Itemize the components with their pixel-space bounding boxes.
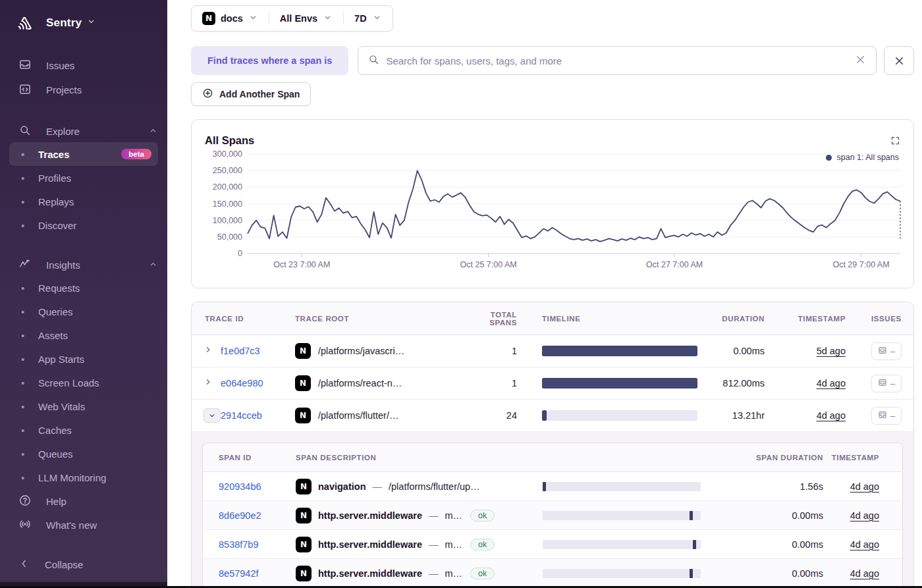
sidebar-collapse-button[interactable]: Collapse bbox=[0, 554, 167, 575]
environment-picker[interactable]: All Envs bbox=[269, 13, 343, 24]
bullet-icon: • bbox=[21, 401, 38, 412]
nextjs-icon: N bbox=[296, 566, 312, 581]
span-description: m… bbox=[445, 568, 462, 579]
trace-duration: 13.21hr bbox=[705, 410, 787, 421]
sidebar-item-screen-loads[interactable]: • Screen Loads bbox=[9, 371, 158, 394]
issues-tray-icon bbox=[878, 378, 887, 389]
span-id-link[interactable]: 8d6e90e2 bbox=[219, 510, 261, 521]
sidebar-item-queries[interactable]: • Queries bbox=[9, 300, 158, 323]
timeline-bar[interactable] bbox=[542, 378, 697, 388]
col-span-description: SPAN DESCRIPTION bbox=[296, 454, 543, 462]
expand-row-icon[interactable] bbox=[203, 377, 213, 388]
project-picker[interactable]: N docs bbox=[192, 12, 269, 25]
expand-row-icon[interactable] bbox=[203, 345, 213, 356]
add-another-span-label: Add Another Span bbox=[219, 89, 300, 99]
sidebar-item-queues[interactable]: • Queues bbox=[9, 442, 158, 466]
sidebar-item-discover[interactable]: • Discover bbox=[9, 213, 158, 237]
sidebar-section-explore[interactable]: Explore bbox=[0, 120, 167, 142]
span-id-link[interactable]: 920934b6 bbox=[219, 481, 261, 492]
svg-text:Oct 23 7:00 AM: Oct 23 7:00 AM bbox=[273, 260, 330, 269]
span-op: http.server.middleware bbox=[318, 539, 422, 550]
add-another-span-button[interactable]: Add Another Span bbox=[191, 82, 311, 106]
span-search-input[interactable] bbox=[386, 55, 848, 67]
total-spans: 24 bbox=[466, 410, 517, 421]
nav-item-label: Issues bbox=[46, 60, 158, 71]
span-timeline-bar[interactable] bbox=[543, 569, 701, 578]
bullet-icon: • bbox=[21, 472, 38, 483]
span-id-link[interactable]: 8e57942f bbox=[219, 568, 258, 579]
sidebar-item-caches[interactable]: • Caches bbox=[9, 418, 158, 442]
timeline-bar[interactable] bbox=[542, 410, 697, 421]
org-switcher[interactable]: Sentry bbox=[0, 0, 167, 43]
search-icon bbox=[18, 124, 32, 139]
span-id-link[interactable]: 8538f7b9 bbox=[219, 539, 258, 550]
sidebar-item-llm-monitoring[interactable]: • LLM Monitoring bbox=[9, 466, 158, 489]
sidebar-item-web-vitals[interactable]: • Web Vitals bbox=[9, 394, 158, 418]
sidebar-item-requests[interactable]: • Requests bbox=[9, 276, 158, 300]
nav-item-label: Help bbox=[46, 496, 158, 507]
sidebar-item-traces[interactable]: • Tracesbeta bbox=[9, 142, 158, 166]
collapse-row-button[interactable] bbox=[203, 408, 221, 423]
projects-icon bbox=[18, 82, 32, 97]
span-timestamp[interactable]: 4d ago bbox=[850, 510, 879, 521]
trace-id-link[interactable]: f1e0d7c3 bbox=[221, 346, 260, 356]
span-timeline-bar[interactable] bbox=[543, 482, 701, 491]
chevron-down-icon bbox=[323, 13, 333, 24]
span-table-row: 8538f7b9 Nhttp.server.middleware—m…ok 0.… bbox=[203, 530, 902, 559]
sidebar-section-insights[interactable]: Insights bbox=[0, 254, 167, 276]
issues-button[interactable]: – bbox=[871, 375, 902, 392]
svg-text:50,000: 50,000 bbox=[217, 232, 242, 242]
span-timestamp[interactable]: 4d ago bbox=[850, 568, 879, 579]
sidebar-item-help[interactable]: Help bbox=[0, 489, 167, 513]
sidebar-item-label: Requests bbox=[38, 282, 80, 294]
span-table-row: 920934b6 Nnavigation—/platforms/flutter/… bbox=[203, 472, 902, 501]
sidebar-item-label: Replays bbox=[38, 196, 74, 207]
trace-table-row: f1e0d7c3 N/platforms/javascri… 1 0.00ms … bbox=[192, 335, 913, 367]
nextjs-icon: N bbox=[296, 479, 312, 494]
beta-badge: beta bbox=[121, 149, 151, 159]
brand-name: Sentry bbox=[46, 16, 82, 30]
issues-button[interactable]: – bbox=[871, 342, 902, 360]
sidebar-item-issues[interactable]: Issues bbox=[0, 55, 167, 76]
trace-timestamp[interactable]: 4d ago bbox=[817, 378, 846, 389]
span-description: m… bbox=[445, 510, 462, 521]
sidebar-item-label: Web Vitals bbox=[38, 401, 85, 412]
col-total-spans: TOTAL SPANS bbox=[466, 311, 517, 327]
sidebar-item-assets[interactable]: • Assets bbox=[9, 323, 158, 347]
trace-id-link[interactable]: 2914cceb bbox=[221, 410, 262, 421]
whats-new-icon bbox=[18, 518, 32, 533]
find-traces-pill[interactable]: Find traces where a span is bbox=[191, 46, 348, 75]
trace-id-link[interactable]: e064e980 bbox=[221, 378, 263, 388]
all-spans-line-chart[interactable]: 050,000100,000150,000200,000250,000300,0… bbox=[192, 145, 913, 277]
sidebar-item-profiles[interactable]: • Profiles bbox=[9, 166, 158, 190]
issues-count: – bbox=[890, 411, 895, 421]
sidebar-item-app-starts[interactable]: • App Starts bbox=[9, 347, 158, 371]
timeline-bar[interactable] bbox=[542, 346, 697, 356]
sidebar-item-replays[interactable]: • Replays bbox=[9, 190, 158, 213]
sidebar-item-what-s-new[interactable]: What's new bbox=[0, 513, 167, 537]
col-timestamp: TIMESTAMP bbox=[787, 315, 859, 323]
span-filter-row: Find traces where a span is bbox=[191, 46, 914, 75]
trace-timestamp[interactable]: 4d ago bbox=[817, 410, 846, 421]
issues-button[interactable]: – bbox=[871, 407, 902, 425]
main-content: N docs All Envs 7D Find traces where a s… bbox=[167, 0, 922, 588]
remove-span-filter-button[interactable] bbox=[884, 46, 914, 75]
traces-table: TRACE ID TRACE ROOT TOTAL SPANS TIMELINE… bbox=[191, 302, 914, 588]
bullet-icon: • bbox=[21, 377, 38, 388]
sidebar-item-label: Traces bbox=[38, 149, 70, 160]
sidebar-item-projects[interactable]: Projects bbox=[0, 79, 167, 101]
traces-table-header: TRACE ID TRACE ROOT TOTAL SPANS TIMELINE… bbox=[192, 302, 913, 335]
span-timestamp[interactable]: 4d ago bbox=[850, 539, 879, 550]
trace-root: /platforms/javascri… bbox=[318, 346, 404, 356]
date-range-picker[interactable]: 7D bbox=[343, 13, 393, 24]
trace-timestamp[interactable]: 5d ago bbox=[817, 346, 846, 357]
clear-x-icon[interactable] bbox=[854, 53, 867, 68]
col-timeline: TIMELINE bbox=[517, 315, 705, 323]
bullet-icon: • bbox=[21, 448, 38, 460]
nav-item-label: Explore bbox=[46, 126, 134, 137]
sidebar-item-label: Screen Loads bbox=[38, 377, 99, 388]
span-timeline-bar[interactable] bbox=[543, 540, 701, 549]
primary-nav: Issues Projects bbox=[0, 55, 167, 103]
span-timestamp[interactable]: 4d ago bbox=[850, 481, 879, 493]
span-timeline-bar[interactable] bbox=[543, 511, 701, 520]
